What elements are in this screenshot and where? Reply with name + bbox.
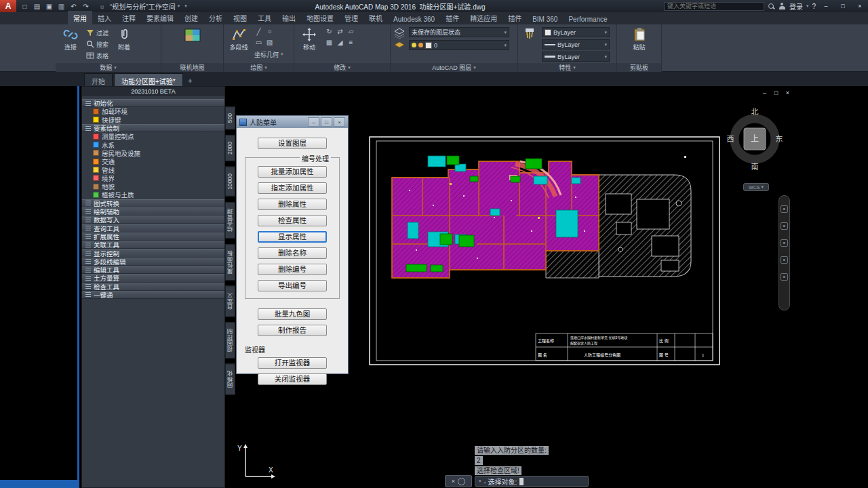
numbering-button-7[interactable]: 导出编号 [258,280,327,291]
palette-item-1[interactable]: 加载环境 [82,107,224,115]
palette-section-17[interactable]: 关联工具 [82,241,224,249]
numbering-button-5[interactable]: 删除名称 [258,247,327,259]
pan-icon[interactable] [781,222,788,230]
move-button[interactable]: 移动 [297,27,321,52]
side-tab-7[interactable]: 网格化 [225,364,235,395]
dialog-maximize-button[interactable]: □ [321,117,332,127]
zoom-icon[interactable] [781,239,788,247]
dialog-title-bar[interactable]: 人防菜单 – □ × [237,116,348,128]
side-tab-1[interactable]: 2000 [225,135,235,161]
ribbon-tab-11[interactable]: 联机 [363,11,388,24]
cogo-dropdown[interactable]: 坐标几何▾ [254,49,283,60]
recent-commands-icon[interactable]: ▾ [479,479,481,484]
trim-icon[interactable]: ◢ [336,38,344,47]
ribbon-tab-16[interactable]: BIM 360 [527,14,563,24]
palette-section-23[interactable]: 一键通 [82,291,224,299]
filter-button[interactable]: 过滤 [86,27,108,38]
paste-button[interactable]: 粘贴 [627,27,652,52]
panel-label-online-map[interactable]: 联机地图 [161,63,223,72]
panel-label-clipboard[interactable]: 剪贴板 [617,63,661,72]
ribbon-tab-3[interactable]: 要素编辑 [141,11,179,24]
palette-section-15[interactable]: 查询工具 [82,224,224,232]
ribbon-tab-1[interactable]: 插入 [92,11,117,24]
palette-item-4[interactable]: 测量控制点 [82,132,224,140]
dialog-close-button[interactable]: × [334,117,345,127]
qat-overflow-icon[interactable]: ▾ [184,3,187,9]
side-tab-0[interactable]: 500 [225,106,235,129]
polyline-button[interactable]: 多段线 [226,27,251,52]
current-layer-combo[interactable]: 0 ▾ [409,40,509,50]
palette-section-16[interactable]: 扩展属性 [82,232,224,241]
new-file-icon[interactable]: □ [19,1,31,12]
palette-item-9[interactable]: 境界 [82,174,224,182]
palette-item-10[interactable]: 地貌 [82,182,224,190]
palette-item-11[interactable]: 植被与土质 [82,190,224,199]
ribbon-tab-6[interactable]: 视图 [228,11,252,24]
layer-properties-icon[interactable] [393,27,406,39]
panel-label-data[interactable]: 数据▾ [56,63,161,72]
file-tab-1[interactable]: 功能分区图+试验* [114,73,183,86]
plot-icon[interactable]: ▥ [56,1,67,12]
search-input[interactable] [664,2,764,11]
chevron-down-icon[interactable]: ▾ [806,3,809,9]
undo-icon[interactable]: ↶ [68,1,79,12]
drawing-close-button[interactable]: × [784,89,791,96]
mirror-icon[interactable]: ⇄ [336,27,344,36]
rectangle-icon[interactable]: ▭ [254,38,263,47]
palette-section-12[interactable]: 图式转换 [82,199,224,207]
redo-icon[interactable]: ↷ [80,1,92,12]
numbering-button-0[interactable]: 批量添加属性 [258,166,327,178]
layer-isolate-icon[interactable] [393,41,406,49]
palette-section-21[interactable]: 土方量算 [82,274,224,282]
model-space[interactable]: 20231010 BETA 初始化加载环境快捷键要素绘制测量控制点水系居民地及设… [0,86,868,488]
ribbon-tab-4[interactable]: 创建 [179,11,203,24]
ribbon-tab-7[interactable]: 工具 [252,11,277,24]
line-icon[interactable]: ╱ [254,27,263,36]
drawing-restore-button[interactable]: □ [772,89,780,96]
window-maximize-button[interactable]: □ [836,1,850,11]
save-icon[interactable]: ▣ [43,1,55,12]
action-button-0[interactable]: 批量九色图 [258,308,327,320]
side-tab-3[interactable]: 综合管理 [225,202,235,239]
ribbon-tab-8[interactable]: 输出 [277,11,301,24]
cancel-icon[interactable]: × [452,478,455,485]
offset-icon[interactable]: ▱ [347,27,355,36]
rotate-icon[interactable]: ↻ [325,27,334,36]
panel-label-properties[interactable]: 特性▾ [518,63,616,72]
linetype-combo[interactable]: ByLayer▾ [542,39,610,49]
palette-header[interactable]: 20231010 BETA [82,87,224,96]
palette-item-8[interactable]: 管线 [82,165,224,174]
panel-label-modify[interactable]: 修改▾ [294,63,390,72]
numbering-button-1[interactable]: 指定添加属性 [258,182,327,194]
numbering-button-3[interactable]: 检查属性 [258,215,327,226]
monitor-button-0[interactable]: 打开监视器 [258,357,327,369]
attach-button[interactable]: 附着 [112,27,136,52]
command-input[interactable]: ▾ - 选择对象: [475,476,589,487]
palette-item-5[interactable]: 水系 [82,140,224,148]
match-properties-button[interactable] [521,27,538,42]
object-color-combo[interactable]: ByLayer▾ [542,27,610,37]
layer-state-combo[interactable]: 未保存的图层状态▾ [409,27,509,37]
array-icon[interactable]: ▦ [325,38,334,47]
palette-section-3[interactable]: 要素绘制 [82,124,224,132]
viewcube[interactable]: 上 北 西 东 南 [725,105,785,173]
set-layer-button[interactable]: 设置图层 [258,138,327,149]
window-minimize-button[interactable]: – [819,1,833,11]
ribbon-tab-14[interactable]: 精选应用 [465,11,502,24]
search-table-button[interactable]: 搜索 [86,39,108,49]
ribbon-tab-5[interactable]: 分析 [203,11,228,24]
customize-icon[interactable] [458,478,465,485]
numbering-button-2[interactable]: 删除属性 [258,199,327,210]
circle-icon[interactable]: ○ [265,27,274,36]
side-tab-4[interactable]: 属性面板 [225,244,235,281]
side-tab-2[interactable]: 10000 [225,167,235,197]
ribbon-tab-9[interactable]: 地图设置 [301,11,339,24]
open-file-icon[interactable]: ▤ [31,1,43,12]
palette-section-0[interactable]: 初始化 [82,99,224,107]
dialog-minimize-button[interactable]: – [308,117,319,127]
wcs-selector[interactable]: WCS▾ [743,183,769,191]
monitor-button-1[interactable]: 关闭监视器 [258,373,327,385]
help-icon[interactable]: ? [812,3,816,10]
side-tab-5[interactable]: 自定义 [225,286,235,317]
search-icon[interactable] [768,3,775,10]
